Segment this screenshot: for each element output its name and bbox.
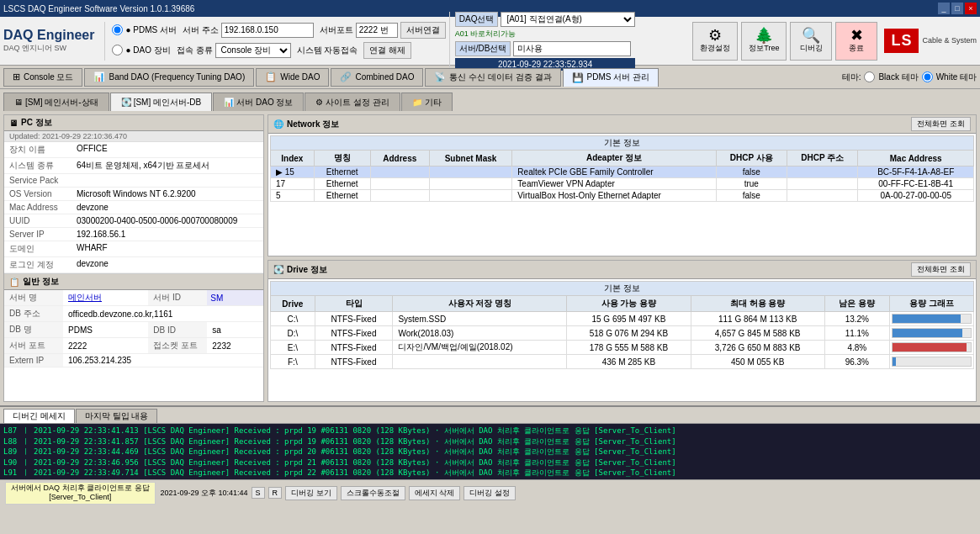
pdms-radio[interactable] — [112, 24, 123, 35]
tab-site-settings[interactable]: ⚙ 사이트 설정 관리 — [305, 93, 400, 111]
pc-row-label: 도메인 — [4, 241, 72, 257]
server-ip-label: 서버 주소 — [183, 24, 219, 36]
debug-tab-messages[interactable]: 디버긴 메세지 — [3, 409, 75, 423]
connect-btn[interactable]: 서버연결 — [400, 22, 446, 39]
daq-select[interactable]: [A01] 직접연결(A형) — [501, 12, 635, 27]
tab-pdms[interactable]: 💾 PDMS 서버 관리 — [563, 68, 659, 87]
tab-console[interactable]: ⊞ Console 모드 — [3, 68, 82, 87]
pc-info-row: Server IP192.168.56.1 — [4, 228, 263, 241]
general-info-icon: 📋 — [9, 278, 19, 287]
info-tree-btn[interactable]: 🌲 정보Tree — [741, 22, 787, 61]
tab-main-status[interactable]: 🖥 [SM] 메인서버-상태 — [3, 93, 109, 111]
drive-bar-fill — [893, 357, 896, 366]
black-theme-label: Black 테마 — [878, 71, 918, 83]
tab-combined-dao[interactable]: 🔗 Combined DAO — [331, 68, 423, 87]
drive-graph — [890, 355, 974, 369]
pc-info-updated: Updated: 2021-09-29 22:10:36.470 — [4, 131, 263, 142]
dao-row: ● DAO 장비 접속 종류 Console 장비 시스템 자동접속 연결 해제 — [112, 42, 445, 59]
debug-server-client: [Server_To_Client] — [11, 493, 150, 503]
tab-main-db[interactable]: 💽 [SM] 메인서버-DB — [110, 93, 213, 111]
network-expand-btn[interactable]: 전체화면 조회 — [911, 117, 971, 131]
server-port-row: 서버 포트 2222 접소켓 포트 2232 — [4, 338, 263, 354]
disconnect-btn[interactable]: 연결 해제 — [363, 42, 411, 59]
debug-line: L87 ㅣ 2021-09-29 22:33:41.413 [LSCS DAQ … — [3, 426, 977, 436]
debug-line: L88 ㅣ 2021-09-29 22:33:41.857 [LSCS DAQ … — [3, 436, 977, 447]
net-mac: 0A-00-27-00-00-05 — [858, 190, 974, 202]
pc-row-value: devzone — [72, 257, 263, 273]
tab-wide-dao[interactable]: 📋 Wide DAO — [256, 68, 329, 87]
pc-info-row: OS VersionMicrosoft Windows NT 6.2.9200 — [4, 188, 263, 201]
ls-logo: LS Cable & System — [884, 29, 977, 53]
title-text: LSCS DAQ Engineer Software Version 1.0.1… — [3, 4, 194, 13]
logo-title: DAQ Engineer — [3, 28, 94, 43]
main-tabs: 🖥 [SM] 메인서버-상태 💽 [SM] 메인서버-DB 📊 서버 DAO 정… — [0, 89, 980, 111]
white-theme-radio[interactable] — [922, 71, 933, 82]
pc-info-row: 시스템 종류64비트 운영체제, x64기반 프로세서 — [4, 158, 263, 174]
logo-sub: DAQ 엔지니어 SW — [3, 43, 66, 54]
clear-btn[interactable]: 에세지 삭제 — [409, 486, 461, 500]
tab-server-dao[interactable]: 📊 서버 DAO 정보 — [213, 93, 304, 111]
col-dhcp-use: DHCP 사용 — [716, 151, 787, 167]
auto-connect-label: 시스템 자동접속 — [297, 45, 358, 56]
db-address-row: DB 주소 officedb.devzone.co.kr,1161 — [4, 306, 263, 322]
col-drive-name: 사용자 저장 명칭 — [393, 296, 567, 312]
pdms-icon: 💾 — [572, 72, 584, 83]
pc-row-value: 192.168.56.1 — [72, 228, 263, 241]
network-header-group: 기본 정보 — [271, 136, 974, 151]
debug-settings-btn[interactable]: 디버깅 설정 — [464, 486, 516, 500]
col-adapter: Adeapter 정보 — [512, 151, 716, 167]
settings-btn[interactable]: ⚙ 환경설정 — [692, 22, 738, 61]
scroll-control-btn[interactable]: 스크롤수동조절 — [341, 486, 405, 500]
pc-info-table: 장치 이름OFFICE시스템 종류64비트 운영체제, x64기반 프로세서Se… — [4, 142, 263, 273]
panels-row: 🖥 PC 정보 Updated: 2021-09-29 22:10:36.470… — [0, 111, 980, 405]
server-port-input[interactable] — [356, 23, 398, 38]
col-drive: Drive — [271, 296, 315, 312]
drive-graph — [890, 326, 974, 341]
net-adapter: TeamViewer VPN Adapter — [512, 178, 716, 190]
debug-area: 디버긴 메세지 마지막 틸입 내용 L87 ㅣ 2021-09-29 22:33… — [0, 405, 980, 506]
dao-label: ● DAO 장비 — [125, 45, 170, 56]
combined-dao-icon: 🔗 — [340, 71, 352, 82]
net-dhcp-use: false — [716, 190, 787, 202]
tab-band-dao[interactable]: 📊 Band DAO (Frequency Tuning DAO) — [84, 68, 254, 87]
debug-btn[interactable]: 🔍 디버깅 — [790, 22, 832, 61]
server-db-label: 서버/DB선택 — [455, 41, 511, 56]
site-settings-label: 사이트 설정 관리 — [326, 97, 389, 108]
col-graph: 용량 그래프 — [890, 296, 974, 312]
server-name-value[interactable]: 메인서버 — [63, 290, 148, 306]
drive-expand-btn[interactable]: 전체화면 조회 — [911, 262, 971, 277]
drive-bar-fill — [893, 343, 967, 352]
col-subnet: Subnet Mask — [429, 151, 512, 167]
net-name: Ethernet — [314, 178, 370, 190]
net-index: ▶ 15 — [271, 167, 315, 178]
net-dhcp-addr — [787, 178, 858, 190]
settings-icon: ⚙ — [708, 28, 722, 43]
site-settings-icon: ⚙ — [315, 98, 323, 107]
connection-type-select[interactable]: Console 장비 — [215, 43, 291, 58]
debug-view-btn[interactable]: 디버깅 보기 — [285, 486, 337, 500]
db-name-label: DB 명 — [4, 322, 63, 338]
server-ip-input[interactable] — [221, 23, 314, 38]
tab-comm-verify[interactable]: 📡 통신 수신 데이터 검증 결과 — [425, 68, 560, 87]
drive-available: 15 G 695 M 497 KB — [567, 312, 691, 326]
exit-btn[interactable]: ✖ 종료 — [835, 22, 877, 61]
maximize-btn[interactable]: □ — [951, 3, 963, 14]
close-btn[interactable]: × — [965, 3, 977, 14]
connection-section: ● PDMS 서버 서버 주소 서버포트 서버연결 ● DAO 장비 접속 종류… — [104, 22, 445, 61]
extern-ip-row: Extern IP 106.253.214.235 — [4, 354, 263, 367]
drive-table-container: 기본 정보 Drive 타입 사용자 저장 명칭 사용 가능 용량 최대 허용 … — [268, 279, 976, 371]
net-address — [370, 178, 429, 190]
net-mac: 00-FF-FC-E1-8B-41 — [858, 178, 974, 190]
dao-radio[interactable] — [112, 45, 123, 56]
wide-dao-label: Wide DAO — [280, 72, 320, 82]
debug-tab-last-input[interactable]: 마지막 틸입 내용 — [76, 409, 158, 423]
black-theme-radio[interactable] — [864, 71, 875, 82]
server-port-label: 서버포트 — [320, 24, 353, 36]
minimize-btn[interactable]: _ — [938, 3, 950, 14]
second-toolbar: ⊞ Console 모드 📊 Band DAO (Frequency Tunin… — [0, 66, 980, 89]
debug-line: L89 ㅣ 2021-09-29 22:33:44.469 [LSCS DAQ … — [3, 447, 977, 457]
col-remaining: 남은 용량 — [824, 296, 889, 312]
tab-other[interactable]: 📁 기타 — [401, 93, 453, 111]
net-adapter: Realtek PCIe GBE Family Controller — [512, 167, 716, 178]
pc-info-row: Mac Addressdevzone — [4, 201, 263, 214]
